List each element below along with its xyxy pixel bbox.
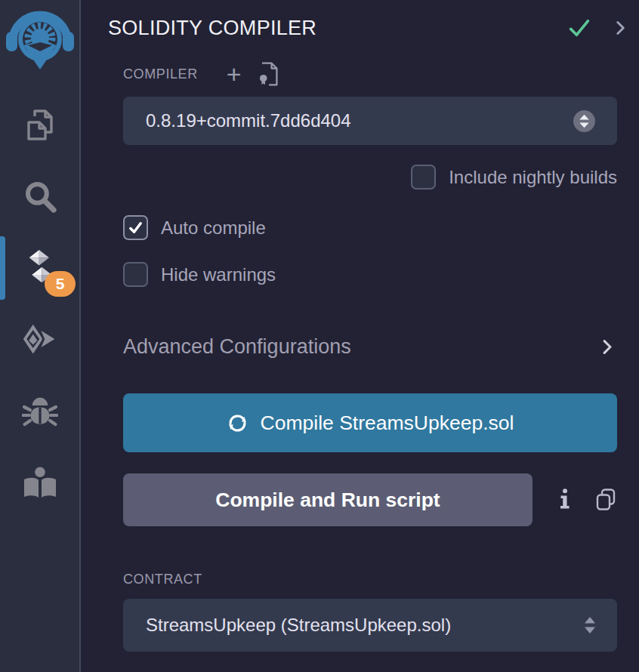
- compiler-version-select[interactable]: 0.8.19+commit.7dd6d404: [123, 97, 617, 145]
- refresh-icon: [227, 412, 248, 434]
- collapse-panel-chevron-icon[interactable]: [610, 18, 630, 38]
- compiler-section-label: COMPILER: [123, 66, 198, 82]
- sidebar-item-search[interactable]: [0, 173, 79, 220]
- compile-run-row: Compile and Run script: [123, 473, 617, 526]
- book-icon: [22, 465, 58, 501]
- contract-select-updown-icon: [584, 616, 596, 634]
- sidebar-nav: 5: [0, 101, 79, 532]
- sidebar-item-file-explorer[interactable]: [0, 101, 79, 148]
- sidebar-item-deploy-and-run[interactable]: [0, 316, 79, 363]
- solidity-compiler-panel: SOLIDITY COMPILER COMPILER + 0.8.19+comm…: [81, 0, 639, 672]
- hide-warnings-label: Hide warnings: [161, 264, 276, 285]
- remix-logo[interactable]: [5, 6, 75, 71]
- info-icon[interactable]: [560, 489, 570, 511]
- compile-and-run-button[interactable]: Compile and Run script: [123, 473, 532, 526]
- files-icon: [22, 106, 58, 143]
- contract-section-header: CONTRACT: [123, 570, 617, 588]
- auto-compile-label: Auto compile: [161, 217, 266, 239]
- copy-icon[interactable]: [594, 488, 617, 512]
- panel-header: SOLIDITY COMPILER: [108, 14, 630, 42]
- bug-icon: [22, 393, 58, 430]
- search-icon: [22, 178, 58, 214]
- sidebar-item-learn[interactable]: [0, 460, 79, 507]
- compiler-license-icon[interactable]: [257, 62, 279, 86]
- panel-title: SOLIDITY COMPILER: [108, 17, 566, 40]
- compile-button[interactable]: Compile StreamsUpkeep.sol: [123, 393, 617, 452]
- hide-warnings-row: Hide warnings: [123, 262, 617, 287]
- advanced-chevron-icon: [597, 337, 617, 357]
- icon-sidebar: 5: [0, 0, 81, 672]
- compile-success-check-icon: [566, 15, 592, 41]
- contract-section-label: CONTRACT: [123, 572, 202, 587]
- sidebar-item-solidity-compiler[interactable]: 5: [0, 245, 79, 291]
- compiler-section-header: COMPILER +: [123, 62, 617, 86]
- compile-and-run-label: Compile and Run script: [215, 489, 440, 512]
- advanced-configurations-label: Advanced Configurations: [123, 335, 597, 359]
- contract-select[interactable]: StreamsUpkeep (StreamsUpkeep.sol): [123, 599, 617, 652]
- sidebar-item-debugger[interactable]: [0, 388, 79, 435]
- include-nightly-label: Include nightly builds: [449, 167, 617, 188]
- compiler-version-value: 0.8.19+commit.7dd6d404: [146, 110, 351, 131]
- contract-select-value: StreamsUpkeep (StreamsUpkeep.sol): [146, 615, 451, 636]
- hide-warnings-checkbox[interactable]: [123, 262, 148, 287]
- deploy-run-icon: [22, 322, 58, 358]
- include-nightly-row: Include nightly builds: [123, 165, 617, 190]
- include-nightly-checkbox[interactable]: [411, 165, 436, 190]
- compiler-error-badge: 5: [45, 271, 76, 297]
- advanced-configurations-toggle[interactable]: Advanced Configurations: [123, 335, 617, 359]
- version-select-updown-icon: [573, 109, 596, 133]
- add-custom-compiler-icon[interactable]: +: [227, 63, 242, 85]
- auto-compile-checkbox[interactable]: [123, 215, 148, 240]
- compile-button-label: Compile StreamsUpkeep.sol: [261, 412, 514, 435]
- auto-compile-row: Auto compile: [123, 215, 617, 240]
